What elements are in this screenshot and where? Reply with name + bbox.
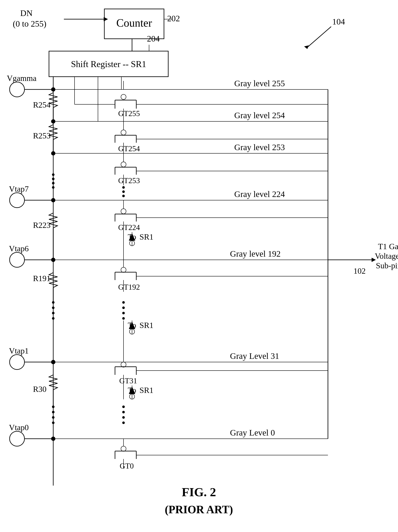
svg-point-57	[121, 162, 126, 167]
svg-text:DN: DN	[20, 8, 32, 18]
svg-text:102: 102	[354, 266, 366, 275]
svg-text:Counter: Counter	[116, 17, 152, 29]
svg-point-106	[121, 362, 126, 367]
svg-text:Voltages in: Voltages in	[375, 252, 398, 260]
svg-point-119	[52, 411, 55, 413]
svg-text:T1 Gate: T1 Gate	[378, 242, 398, 251]
svg-text:R223: R223	[33, 221, 51, 230]
svg-point-94	[52, 317, 55, 320]
diagram-container: Counter DN (0 to 255) 202 204 Shift Regi…	[0, 0, 398, 532]
svg-text:GT253: GT253	[118, 176, 140, 185]
svg-text:R30: R30	[33, 385, 46, 393]
svg-point-125	[122, 421, 125, 424]
svg-text:Gray level 253: Gray level 253	[234, 142, 285, 152]
svg-text:Vgamma: Vgamma	[7, 74, 36, 83]
svg-text:SR1: SR1	[139, 232, 153, 241]
svg-point-95	[122, 301, 125, 304]
svg-text:Gray level 224: Gray level 224	[234, 189, 285, 199]
svg-text:204: 204	[147, 34, 160, 44]
svg-point-66	[52, 173, 55, 176]
svg-point-121	[52, 421, 55, 424]
svg-point-146	[10, 193, 25, 208]
svg-point-50	[121, 130, 126, 135]
svg-text:(0 to 255): (0 to 255)	[13, 19, 46, 29]
svg-text:GT0: GT0	[120, 462, 134, 470]
svg-text:GT255: GT255	[118, 109, 140, 118]
svg-text:R253: R253	[33, 131, 51, 140]
svg-point-64	[122, 190, 125, 193]
svg-point-97	[122, 312, 125, 314]
svg-text:Vtap0: Vtap0	[9, 423, 29, 432]
svg-text:Vtap1: Vtap1	[9, 346, 29, 355]
svg-point-122	[122, 405, 125, 408]
svg-point-85	[121, 267, 126, 272]
svg-text:(PRIOR ART): (PRIOR ART)	[165, 503, 233, 516]
svg-point-93	[52, 312, 55, 314]
svg-point-158	[10, 431, 25, 446]
svg-point-71	[121, 209, 126, 214]
svg-point-63	[122, 186, 125, 189]
svg-point-124	[122, 416, 125, 419]
svg-point-68	[52, 182, 55, 184]
svg-point-67	[52, 178, 55, 180]
svg-text:Sub-pixel: Sub-pixel	[376, 261, 398, 270]
svg-point-65	[122, 195, 125, 197]
svg-text:GT192: GT192	[118, 283, 140, 291]
svg-text:Gray level 254: Gray level 254	[234, 111, 285, 120]
svg-text:SR1: SR1	[139, 386, 153, 395]
svg-point-123	[122, 411, 125, 413]
svg-text:Vtap7: Vtap7	[9, 184, 29, 193]
svg-text:104: 104	[332, 17, 345, 26]
svg-text:FIG. 2: FIG. 2	[182, 485, 216, 499]
svg-point-92	[52, 306, 55, 309]
svg-point-154	[10, 355, 25, 369]
svg-text:GT224: GT224	[118, 223, 140, 232]
svg-text:GT31: GT31	[119, 377, 137, 385]
svg-text:GT254: GT254	[118, 144, 140, 153]
svg-text:Gray Level 31: Gray Level 31	[230, 351, 279, 361]
svg-text:Gray level 192: Gray level 192	[230, 249, 281, 259]
svg-text:202: 202	[167, 14, 180, 23]
svg-point-98	[122, 317, 125, 320]
svg-point-96	[122, 306, 125, 309]
svg-text:R254: R254	[33, 100, 51, 109]
svg-text:Vtap6: Vtap6	[9, 244, 29, 253]
svg-point-127	[121, 446, 126, 451]
svg-text:SR1: SR1	[139, 321, 153, 330]
svg-point-69	[52, 186, 55, 189]
svg-text:Gray Level 0: Gray Level 0	[230, 428, 275, 437]
svg-text:Shift Register -- SR1: Shift Register -- SR1	[71, 59, 146, 69]
svg-text:R191: R191	[33, 274, 51, 283]
svg-point-120	[52, 416, 55, 419]
svg-rect-0	[0, 0, 398, 532]
svg-text:Gray level 255: Gray level 255	[234, 79, 285, 88]
svg-point-43	[121, 94, 126, 100]
svg-point-150	[10, 252, 25, 267]
svg-point-143	[10, 82, 25, 97]
